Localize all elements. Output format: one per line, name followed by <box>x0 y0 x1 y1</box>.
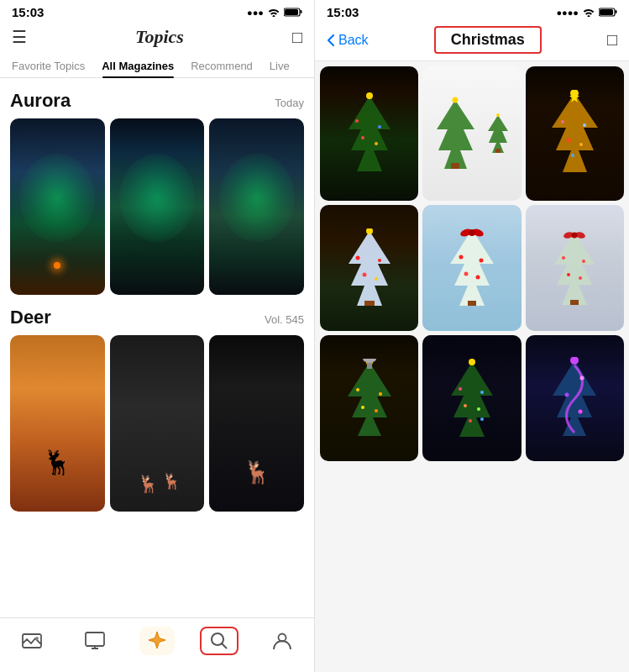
svg-point-67 <box>480 391 484 394</box>
deer-photo-1[interactable]: 🦌 <box>10 335 105 512</box>
svg-point-4 <box>35 637 39 640</box>
svg-point-76 <box>579 410 583 414</box>
svg-point-42 <box>459 255 463 260</box>
svg-point-13 <box>355 119 359 123</box>
back-button[interactable]: Back <box>327 33 369 48</box>
signal-icon-right: ●●●● <box>556 8 579 18</box>
svg-rect-19 <box>451 163 459 169</box>
right-panel: 15:03 ●●●● Back Christmas □ <box>315 0 629 672</box>
status-icons-right: ●●●● <box>556 7 617 18</box>
svg-rect-22 <box>495 149 501 153</box>
svg-point-15 <box>361 136 364 139</box>
nav-magic[interactable] <box>139 627 175 655</box>
svg-point-26 <box>583 123 586 127</box>
aurora-section-header: Aurora Today <box>10 90 304 112</box>
xmas-photo-4[interactable] <box>320 205 418 331</box>
svg-rect-46 <box>468 301 476 306</box>
deer-photo-3[interactable]: 🦌 <box>209 335 304 512</box>
svg-marker-64 <box>451 362 493 437</box>
svg-point-27 <box>566 138 570 142</box>
svg-point-16 <box>375 142 378 145</box>
aurora-photo-3[interactable] <box>209 118 304 295</box>
xmas-photo-8[interactable] <box>422 335 521 461</box>
svg-point-12 <box>366 92 373 99</box>
bottom-nav <box>0 617 314 672</box>
aurora-title: Aurora <box>10 90 71 112</box>
svg-point-14 <box>378 125 381 129</box>
xmas-photo-7[interactable] <box>320 335 418 461</box>
wifi-icon-left <box>267 7 280 18</box>
svg-marker-56 <box>348 362 391 436</box>
svg-point-35 <box>362 272 366 276</box>
xmas-photo-1[interactable] <box>320 66 418 201</box>
aurora-meta: Today <box>275 97 304 109</box>
christmas-photo-grid <box>315 61 629 672</box>
svg-rect-2 <box>301 10 302 13</box>
xmas-photo-6[interactable] <box>526 205 624 331</box>
xmas-photo-2[interactable] <box>422 66 521 201</box>
svg-point-43 <box>479 259 483 263</box>
svg-point-63 <box>363 359 376 363</box>
svg-rect-1 <box>285 9 298 15</box>
status-icons-left: ●●● <box>247 7 302 18</box>
tab-favorite-topics[interactable]: Favorite Topics <box>3 55 93 77</box>
battery-icon-right <box>599 7 617 18</box>
back-label: Back <box>338 33 369 48</box>
phone-icon-left[interactable]: □ <box>292 28 302 47</box>
svg-marker-47 <box>554 232 595 305</box>
menu-icon[interactable]: ☰ <box>12 27 27 47</box>
svg-point-45 <box>475 276 480 280</box>
status-bar-right: 15:03 ●●●● <box>315 0 629 23</box>
svg-point-70 <box>469 419 472 423</box>
svg-rect-37 <box>364 301 375 306</box>
svg-point-58 <box>356 388 359 391</box>
nav-search[interactable] <box>200 627 238 655</box>
nav-landscape[interactable] <box>13 627 51 655</box>
svg-point-18 <box>453 97 459 103</box>
wifi-icon-right <box>582 7 595 18</box>
deer-photo-grid: 🦌 🦌 🦌 🦌 <box>10 335 304 512</box>
svg-point-51 <box>562 256 565 260</box>
time-right: 15:03 <box>327 5 359 19</box>
svg-point-54 <box>579 276 582 280</box>
svg-rect-10 <box>616 10 617 13</box>
svg-point-59 <box>379 392 382 396</box>
header-right: Back Christmas □ <box>315 23 629 61</box>
tab-recommend[interactable]: Recommend <box>182 55 261 77</box>
svg-point-33 <box>355 255 359 260</box>
svg-marker-11 <box>349 96 391 171</box>
svg-point-32 <box>366 228 373 234</box>
tab-live[interactable]: Live <box>261 55 298 77</box>
battery-icon-left <box>284 7 302 18</box>
xmas-photo-3[interactable] <box>526 66 624 201</box>
svg-marker-17 <box>437 100 474 169</box>
xmas-photo-9[interactable] <box>526 335 624 461</box>
phone-icon-right[interactable]: □ <box>607 30 617 50</box>
svg-point-53 <box>567 273 570 276</box>
svg-point-71 <box>480 417 484 421</box>
svg-point-74 <box>580 376 584 381</box>
svg-point-36 <box>375 277 378 281</box>
tab-all-magazines[interactable]: All Magazines <box>93 55 182 77</box>
svg-rect-9 <box>600 9 613 15</box>
deer-photo-2[interactable]: 🦌 🦌 <box>110 335 205 512</box>
deer-section-header: Deer Vol. 545 <box>10 307 304 328</box>
nav-desktop[interactable] <box>76 627 114 655</box>
aurora-photo-1[interactable] <box>10 118 105 295</box>
svg-point-65 <box>469 359 475 365</box>
left-panel: 15:03 ●●● ☰ Topics □ Favorite Topics All… <box>0 0 315 672</box>
nav-profile[interactable] <box>263 627 301 655</box>
svg-point-69 <box>477 407 480 411</box>
svg-point-25 <box>561 120 564 123</box>
svg-point-60 <box>361 406 364 409</box>
tabs-left: Favorite Topics All Magazines Recommend … <box>0 55 314 78</box>
svg-marker-23 <box>552 93 598 172</box>
svg-point-34 <box>378 259 381 262</box>
svg-point-28 <box>579 143 583 146</box>
svg-point-68 <box>464 404 467 407</box>
aurora-photo-2[interactable] <box>110 118 205 295</box>
xmas-photo-5[interactable] <box>422 205 521 331</box>
svg-point-50 <box>572 233 578 239</box>
status-bar-left: 15:03 ●●● <box>0 0 314 23</box>
header-left: ☰ Topics □ <box>0 23 314 55</box>
